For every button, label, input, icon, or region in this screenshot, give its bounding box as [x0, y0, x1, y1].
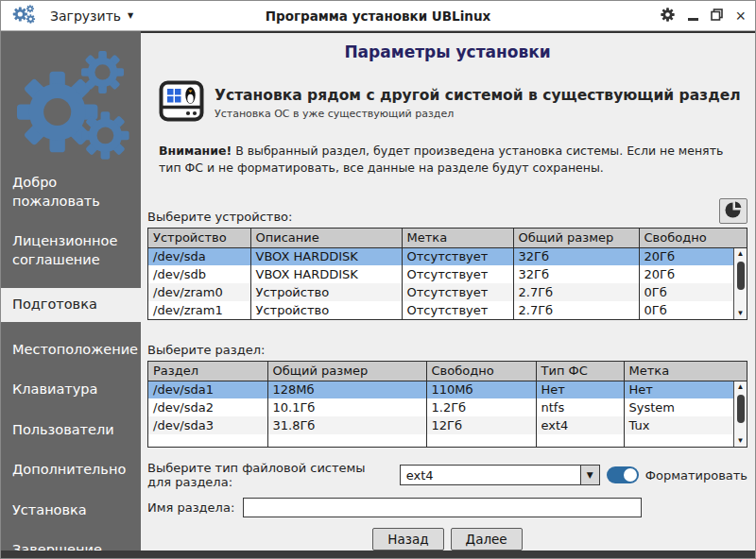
column-header[interactable]: Метка — [402, 229, 513, 247]
sidebar-item-finish[interactable]: Завершение — [1, 538, 141, 551]
minimize-icon — [688, 18, 698, 21]
scroll-down-icon[interactable]: ▼ — [734, 435, 747, 447]
device-section-label: Выберите устройство: — [147, 210, 292, 224]
caret-down-icon: ▼ — [128, 11, 133, 20]
column-header[interactable]: Общий размер — [267, 362, 426, 381]
table-cell: Отсутствует — [402, 301, 513, 319]
table-cell: 32Гб — [513, 247, 639, 265]
sidebar-item-additional[interactable]: Дополнительно — [1, 458, 141, 483]
table-row[interactable]: /dev/sda331.8Гб12Гбext4Tux — [148, 416, 747, 434]
next-button[interactable]: Далее — [451, 528, 523, 551]
section-header-text: Установка рядом с другой системой в суще… — [215, 87, 741, 120]
table-cell: Нет — [536, 381, 624, 398]
window-bottom-frame — [1, 551, 755, 558]
table-cell: /dev/sda — [148, 247, 250, 265]
table-cell: 10.1Гб — [267, 398, 426, 416]
fs-type-label: Выберите тип файловой системы для раздел… — [147, 461, 393, 489]
column-header[interactable]: Тип ФС — [536, 362, 624, 381]
settings-button[interactable] — [660, 7, 676, 25]
partition-label-row: Выберите раздел: — [147, 343, 747, 357]
page-title: Параметры установки — [147, 42, 747, 61]
table-cell: 0Гб — [639, 301, 747, 319]
minimize-button[interactable] — [688, 7, 698, 25]
scroll-thumb[interactable] — [737, 262, 745, 290]
maximize-button[interactable] — [711, 7, 723, 25]
column-header[interactable]: Свободно — [639, 229, 747, 247]
table-cell: 2.7Гб — [513, 283, 639, 301]
section-title: Установка рядом с другой системой в суще… — [215, 87, 741, 104]
column-header[interactable]: Свободно — [426, 362, 536, 381]
content-panel: Параметры установки — [141, 31, 755, 551]
scroll-thumb[interactable] — [737, 395, 745, 423]
column-header[interactable]: Устройство — [148, 229, 250, 247]
device-label-row: Выберите устройство: — [147, 198, 747, 224]
partition-name-label: Имя раздела: — [147, 500, 234, 515]
fs-type-select[interactable]: ext4 ▼ — [400, 465, 600, 485]
table-cell: 20Гб — [639, 265, 747, 283]
table-cell: 2.7Гб — [513, 301, 639, 319]
device-table-scrollbar[interactable]: ▲ ▼ — [733, 248, 747, 319]
table-cell: Отсутствует — [402, 283, 513, 301]
sidebar-item-license[interactable]: Лицензионное соглашение — [1, 229, 141, 272]
column-header[interactable]: Общий размер — [513, 229, 639, 247]
table-row[interactable]: /dev/sdbVBOX HARDDISKОтсутствует32Гб20Гб — [148, 265, 747, 283]
column-header[interactable]: Метка — [624, 362, 747, 381]
table-cell — [536, 434, 624, 447]
table-cell: Tux — [624, 416, 747, 434]
table-row[interactable]: /dev/sda1128Мб110МбНетНет — [148, 381, 747, 398]
partition-chart-button[interactable] — [719, 198, 747, 224]
table-row[interactable]: /dev/sda210.1Гб1.2ГбntfsSystem — [148, 398, 747, 416]
partition-name-input[interactable] — [243, 498, 642, 517]
fs-selected-value: ext4 — [401, 466, 580, 484]
gears-icon — [10, 3, 37, 29]
chevron-down-icon: ▼ — [580, 466, 599, 484]
table-cell: ext4 — [536, 416, 624, 434]
table-cell: VBOX HARDDISK — [250, 247, 402, 265]
table-cell: 20Гб — [639, 247, 747, 265]
table-row[interactable]: /dev/zram1УстройствоОтсутствует2.7Гб0Гб — [148, 301, 747, 319]
scroll-down-icon[interactable]: ▼ — [734, 308, 747, 319]
partition-table: РазделОбщий размерСвободноТип ФСМетка/de… — [148, 362, 747, 447]
sidebar-item-location[interactable]: Местоположение — [1, 338, 141, 363]
table-cell: 31.8Гб — [267, 416, 426, 434]
table-cell: /dev/zram1 — [148, 301, 250, 319]
table-cell: /dev/sda2 — [148, 398, 267, 416]
partition-name-row: Имя раздела: — [147, 498, 747, 517]
sidebar-nav: Добро пожаловать Лицензионное соглашение… — [1, 171, 141, 551]
partition-table-scrollbar[interactable]: ▲ ▼ — [733, 381, 747, 447]
table-cell: System — [624, 398, 747, 416]
sidebar-item-installation[interactable]: Установка — [1, 499, 141, 523]
table-cell: Отсутствует — [402, 265, 513, 283]
table-cell: Устройство — [250, 301, 402, 319]
table-cell: 110Мб — [426, 381, 536, 398]
load-button[interactable]: Загрузить ▼ — [46, 7, 137, 25]
format-toggle[interactable] — [607, 466, 639, 483]
warning-body: В выбранный раздел, будет произведена ус… — [159, 144, 723, 175]
table-row[interactable]: /dev/zram0УстройствоОтсутствует2.7Гб0Гб — [148, 283, 747, 301]
column-header[interactable]: Описание — [250, 229, 402, 247]
installer-window: Загрузить ▼ Программа установки UBLinux — [0, 0, 756, 559]
close-icon: × — [735, 8, 746, 24]
table-cell: /dev/sdb — [148, 265, 250, 283]
sidebar-item-users[interactable]: Пользователи — [1, 418, 141, 443]
drive-os-icon — [159, 80, 204, 126]
gears-artwork-icon — [9, 37, 135, 169]
column-header[interactable]: Раздел — [148, 362, 267, 381]
table-cell: Отсутствует — [402, 247, 513, 265]
scroll-up-icon[interactable]: ▲ — [734, 381, 747, 393]
restore-icon — [711, 8, 723, 24]
gear-icon — [660, 7, 676, 25]
table-cell: 32Гб — [513, 265, 639, 283]
scroll-up-icon[interactable]: ▲ — [734, 248, 747, 260]
close-button[interactable]: × — [735, 7, 746, 25]
partition-table-container: РазделОбщий размерСвободноТип ФСМетка/de… — [147, 361, 747, 448]
partition-section-label: Выберите раздел: — [147, 343, 265, 357]
titlebar: Загрузить ▼ Программа установки UBLinux — [1, 1, 755, 31]
table-filler-row — [148, 434, 747, 447]
warning-lead: Внимание! — [159, 144, 232, 158]
sidebar-item-welcome[interactable]: Добро пожаловать — [1, 171, 141, 213]
table-row[interactable]: /dev/sdaVBOX HARDDISKОтсутствует32Гб20Гб — [148, 247, 747, 265]
sidebar-item-keyboard[interactable]: Клавиатура — [1, 378, 141, 402]
back-button[interactable]: Назад — [372, 528, 443, 551]
sidebar-item-preparation[interactable]: Подготовка — [1, 288, 141, 322]
